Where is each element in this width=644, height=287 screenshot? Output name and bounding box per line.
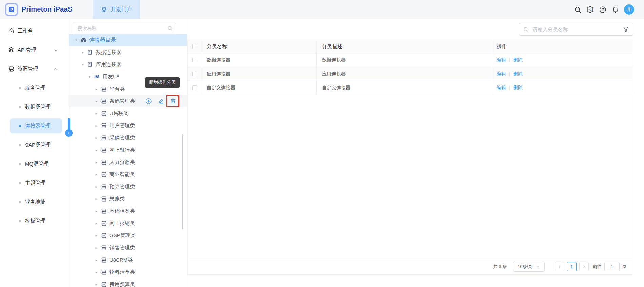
caret-right-icon[interactable]: ▸ bbox=[94, 270, 99, 274]
row-checkbox[interactable] bbox=[192, 58, 197, 62]
search-icon[interactable] bbox=[574, 6, 581, 13]
caret-right-icon[interactable]: ▸ bbox=[94, 172, 99, 177]
ai-assistant-icon[interactable]: AI bbox=[586, 6, 594, 13]
rack-icon bbox=[101, 171, 107, 177]
chevron-left-icon bbox=[558, 265, 562, 269]
select-all-checkbox[interactable] bbox=[192, 44, 197, 49]
doc-icon bbox=[87, 61, 93, 68]
add-category-icon[interactable] bbox=[145, 98, 152, 104]
caret-right-icon[interactable]: ▸ bbox=[94, 233, 99, 238]
collapse-handle-icon[interactable]: ‹ bbox=[65, 129, 73, 137]
tree-search-input[interactable] bbox=[77, 25, 167, 31]
sidebar-subitem-3[interactable]: 服务管理 bbox=[0, 78, 69, 97]
tree-node-14[interactable]: ▸基础档案类 bbox=[69, 205, 187, 217]
caret-down-icon[interactable]: ▾ bbox=[87, 75, 92, 79]
edit-link[interactable]: 编辑 bbox=[497, 71, 506, 77]
tree-node-9[interactable]: ▸网上银行类 bbox=[69, 144, 187, 156]
next-page-button[interactable] bbox=[579, 262, 589, 271]
edit-link[interactable]: 编辑 bbox=[497, 85, 506, 91]
caret-down-icon[interactable]: ▾ bbox=[74, 38, 78, 42]
delete-link[interactable]: 删除 bbox=[513, 71, 523, 77]
tree-node-11[interactable]: ▸商业智能类 bbox=[69, 168, 187, 180]
rack-icon bbox=[101, 208, 107, 214]
tree-node-12[interactable]: ▸预算管理类 bbox=[69, 180, 187, 193]
caret-right-icon[interactable]: ▸ bbox=[94, 123, 99, 128]
tree-node-6[interactable]: ▸U易联类 bbox=[69, 107, 187, 119]
sidebar-item-label: 模板管理 bbox=[25, 218, 45, 224]
svg-text:AI: AI bbox=[589, 8, 591, 11]
sidebar-item-2[interactable]: 资源管理 bbox=[0, 59, 69, 78]
row-checkbox[interactable] bbox=[192, 85, 197, 90]
tree-node-label: 用友U8 bbox=[103, 74, 119, 80]
tree-node-0[interactable]: ▾连接器目录 bbox=[69, 34, 187, 46]
sidebar-subitem-4[interactable]: 数据源管理 bbox=[0, 97, 69, 116]
tree-node-15[interactable]: ▸网上报销类 bbox=[69, 217, 187, 229]
svg-text:US: US bbox=[94, 75, 100, 79]
prev-page-button[interactable] bbox=[555, 262, 564, 271]
delete-category-icon[interactable] bbox=[170, 98, 176, 104]
sidebar-subitem-8[interactable]: 主题管理 bbox=[0, 173, 69, 192]
tree-node-7[interactable]: ▸用户管理类 bbox=[69, 119, 187, 132]
caret-right-icon[interactable]: ▸ bbox=[94, 197, 99, 201]
column-header-desc: 分类描述 bbox=[317, 40, 491, 53]
category-search-input[interactable] bbox=[532, 26, 620, 33]
tree-node-5[interactable]: ▸条码管理类 bbox=[69, 95, 187, 107]
caret-right-icon[interactable]: ▸ bbox=[94, 258, 99, 262]
tree-node-20[interactable]: ▸费用预算类 bbox=[69, 278, 187, 287]
rack-icon bbox=[101, 135, 107, 141]
sidebar-subitem-9[interactable]: 业务地址 bbox=[0, 192, 69, 211]
caret-right-icon[interactable]: ▸ bbox=[94, 185, 99, 189]
help-icon[interactable]: ? bbox=[599, 6, 606, 13]
caret-right-icon[interactable]: ▸ bbox=[94, 209, 99, 213]
tree-node-10[interactable]: ▸人力资源类 bbox=[69, 156, 187, 168]
tree-node-8[interactable]: ▸采购管理类 bbox=[69, 132, 187, 144]
delete-link[interactable]: 删除 bbox=[513, 85, 523, 91]
search-icon bbox=[523, 27, 529, 32]
row-checkbox[interactable] bbox=[192, 72, 197, 76]
edit-category-icon[interactable] bbox=[158, 98, 164, 104]
tree-node-16[interactable]: ▸GSP管理类 bbox=[69, 229, 187, 242]
current-page-button[interactable]: 1 bbox=[567, 262, 577, 271]
bullet-icon bbox=[19, 182, 21, 184]
sidebar-item-1[interactable]: API管理 bbox=[0, 40, 69, 59]
caret-right-icon[interactable]: ▸ bbox=[94, 136, 99, 140]
sidebar-subitem-7[interactable]: MQ源管理 bbox=[0, 154, 69, 173]
tree-node-1[interactable]: ▸数据连接器 bbox=[69, 46, 187, 58]
divider bbox=[509, 72, 510, 76]
app-logo-icon: P bbox=[5, 3, 18, 16]
caret-right-icon[interactable]: ▸ bbox=[94, 87, 99, 91]
caret-right-icon[interactable]: ▸ bbox=[94, 111, 99, 116]
bullet-icon bbox=[19, 201, 21, 203]
tree-scrollbar[interactable] bbox=[182, 134, 183, 229]
sidebar-subitem-5[interactable]: 连接器管理 bbox=[0, 116, 69, 135]
tab-developer-portal[interactable]: 开发门户 bbox=[93, 0, 140, 19]
filter-icon[interactable] bbox=[623, 26, 629, 32]
rack-icon bbox=[101, 184, 107, 190]
tree-node-19[interactable]: ▸物料清单类 bbox=[69, 266, 187, 278]
red-highlight-box bbox=[166, 95, 179, 107]
page-size-select[interactable]: 10条/页 bbox=[513, 262, 545, 272]
sidebar-item-0[interactable]: 工作台 bbox=[0, 21, 69, 40]
tree-node-label: 费用预算类 bbox=[109, 281, 135, 287]
rack-icon bbox=[101, 159, 107, 165]
caret-right-icon[interactable]: ▸ bbox=[94, 246, 99, 250]
caret-right-icon[interactable]: ▸ bbox=[94, 99, 99, 103]
caret-right-icon[interactable]: ▸ bbox=[81, 50, 85, 55]
tree-node-13[interactable]: ▸总账类 bbox=[69, 193, 187, 205]
tree-node-label: 数据连接器 bbox=[96, 49, 121, 56]
avatar[interactable]: 开 bbox=[624, 4, 634, 15]
goto-page-input[interactable] bbox=[604, 262, 620, 271]
caret-right-icon[interactable]: ▸ bbox=[94, 282, 99, 287]
caret-right-icon[interactable]: ▸ bbox=[94, 148, 99, 152]
caret-right-icon[interactable]: ▸ bbox=[94, 221, 99, 226]
caret-right-icon[interactable]: ▸ bbox=[94, 160, 99, 165]
sidebar-subitem-10[interactable]: 模板管理 bbox=[0, 211, 69, 230]
tree-node-2[interactable]: ▾应用连接器 bbox=[69, 58, 187, 71]
notification-icon[interactable] bbox=[611, 6, 619, 13]
sidebar-subitem-6[interactable]: SAP源管理 bbox=[0, 135, 69, 154]
delete-link[interactable]: 删除 bbox=[513, 57, 523, 63]
caret-down-icon[interactable]: ▾ bbox=[81, 62, 85, 67]
tree-node-17[interactable]: ▸销售管理类 bbox=[69, 242, 187, 254]
tree-node-18[interactable]: ▸U8CRM类 bbox=[69, 254, 187, 266]
edit-link[interactable]: 编辑 bbox=[497, 57, 506, 63]
